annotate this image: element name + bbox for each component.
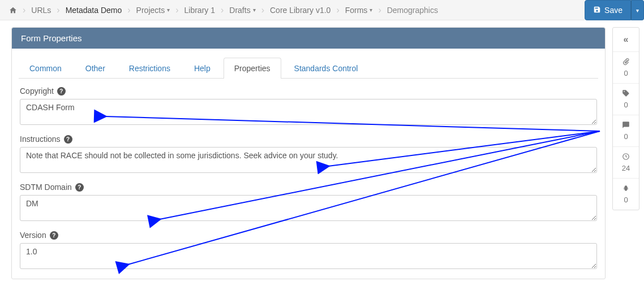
breadcrumb-sep: › [55,5,61,15]
breadcrumb-sep: › [377,5,382,15]
sidebar-count: 0 [624,196,628,204]
sidebar-attachments[interactable]: 0 [613,52,639,84]
instructions-label: Instructions ? [20,135,597,144]
tab-standards[interactable]: Standards Control [284,58,369,79]
paperclip-icon [622,58,630,67]
field-copyright: Copyright ? [19,86,598,127]
tab-properties[interactable]: Properties [224,58,281,79]
copyright-label-text: Copyright [20,86,54,96]
help-icon[interactable]: ? [64,135,72,144]
tag-icon [622,89,630,98]
tabs: Common Other Restrictions Help Propertie… [19,58,598,79]
breadcrumb-sep: › [335,5,340,15]
tab-help[interactable]: Help [183,58,221,79]
version-input[interactable] [20,243,597,269]
sidebar-count: 24 [622,164,630,172]
sidebar-comments[interactable]: 0 [613,115,639,147]
breadcrumb-sep: › [126,5,131,15]
crumb-drafts[interactable]: Drafts▾ [226,6,259,15]
caret-down-icon: ▾ [636,7,639,14]
help-icon[interactable]: ? [75,183,84,192]
caret-down-icon: ▾ [253,7,256,13]
field-sdtm-domain: SDTM Domain ? [19,183,598,223]
sidebar-bugs[interactable]: 0 [613,179,639,210]
instructions-label-text: Instructions [20,135,61,144]
breadcrumb: › URLs › Metadata Demo › Projects▾ › Lib… [0,0,585,20]
sidebar-history[interactable]: 24 [613,147,639,179]
clock-icon [622,153,630,162]
sdtm-input[interactable] [20,195,597,221]
crumb-library[interactable]: Library 1 [181,6,218,15]
sidebar-count: 0 [624,132,628,141]
sdtm-label-text: SDTM Domain [20,183,72,192]
breadcrumb-sep: › [174,5,179,15]
tab-other[interactable]: Other [75,58,116,79]
breadcrumb-sep: › [260,5,265,15]
crumb-core-library[interactable]: Core Library v1.0 [267,6,334,15]
crumb-projects-label: Projects [136,6,165,15]
crumb-projects[interactable]: Projects▾ [133,6,174,15]
sidebar-collapse[interactable]: « [613,28,639,52]
chevron-left-double-icon: « [624,34,629,45]
crumb-drafts-label: Drafts [229,6,250,15]
sidebar-count: 0 [624,101,628,109]
version-label-text: Version [20,231,46,240]
copyright-label: Copyright ? [20,86,597,96]
tab-common[interactable]: Common [19,58,72,79]
caret-down-icon: ▾ [370,7,372,13]
comments-icon [622,121,630,130]
help-icon[interactable]: ? [50,231,58,240]
panel-title: Form Properties [12,28,605,49]
sdtm-label: SDTM Domain ? [20,183,597,192]
tab-restrictions[interactable]: Restrictions [118,58,181,79]
save-button-label: Save [604,6,622,15]
crumb-urls[interactable]: URLs [28,6,54,15]
right-sidebar: « 0 0 0 24 [612,27,639,210]
field-instructions: Instructions ? [19,135,598,175]
bug-icon [622,184,630,193]
save-icon [593,6,601,15]
main: Form Properties Common Other Restriction… [0,20,644,279]
sidebar-count: 0 [624,69,628,77]
home-icon[interactable] [6,6,20,14]
help-icon[interactable]: ? [57,87,66,96]
save-button-group: Save ▾ [585,0,644,20]
save-dropdown-button[interactable]: ▾ [631,0,644,20]
panel-body: Common Other Restrictions Help Propertie… [12,49,605,271]
form-properties-panel: Form Properties Common Other Restriction… [11,27,606,279]
breadcrumb-sep: › [22,5,27,15]
sidebar-tags[interactable]: 0 [613,84,639,115]
crumb-forms[interactable]: Forms▾ [342,6,376,15]
topbar: › URLs › Metadata Demo › Projects▾ › Lib… [0,0,644,20]
version-label: Version ? [20,231,597,240]
caret-down-icon: ▾ [167,7,170,13]
crumb-forms-label: Forms [345,6,368,15]
breadcrumb-sep: › [220,5,225,15]
save-button[interactable]: Save [585,0,631,20]
instructions-input[interactable] [20,147,597,173]
copyright-input[interactable] [20,99,597,125]
field-version: Version ? [19,231,598,271]
crumb-current: Demographics [384,6,441,15]
crumb-metadata-demo[interactable]: Metadata Demo [62,6,126,15]
